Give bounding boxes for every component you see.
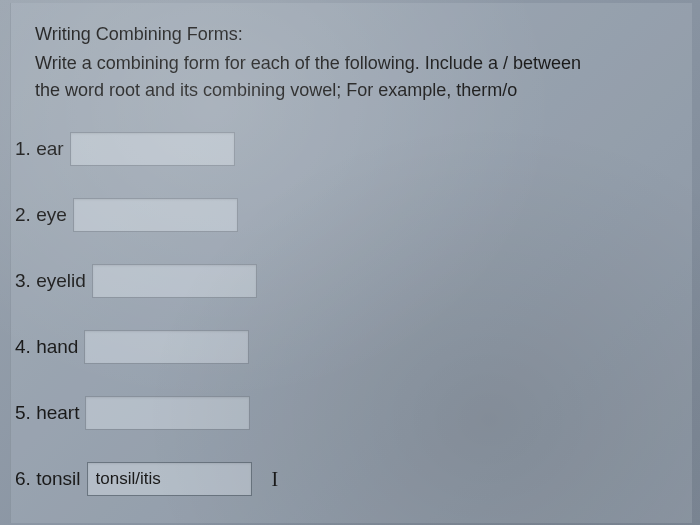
question-label: 2. eye [13, 204, 67, 226]
question-term: tonsil [36, 468, 80, 489]
question-row: 6. tonsil I [13, 462, 672, 496]
question-term: eyelid [36, 270, 86, 291]
instruction-line-1: Write a combining form for each of the f… [35, 50, 672, 77]
question-row: 3. eyelid [13, 264, 672, 298]
answer-input-heart[interactable] [85, 396, 250, 430]
question-number: 2. [15, 204, 31, 225]
question-number: 5. [15, 402, 31, 423]
question-label: 4. hand [13, 336, 78, 358]
answer-input-tonsil[interactable] [87, 462, 252, 496]
question-number: 1. [15, 138, 31, 159]
question-number: 6. [15, 468, 31, 489]
worksheet-title: Writing Combining Forms: [35, 21, 672, 48]
question-number: 4. [15, 336, 31, 357]
instruction-line-2: the word root and its combining vowel; F… [35, 77, 672, 104]
question-label: 5. heart [13, 402, 79, 424]
question-label: 3. eyelid [13, 270, 86, 292]
question-list: 1. ear 2. eye 3. eyelid 4. hand [13, 132, 672, 496]
question-row: 4. hand [13, 330, 672, 364]
question-row: 5. heart [13, 396, 672, 430]
question-term: ear [36, 138, 63, 159]
question-label: 1. ear [13, 138, 64, 160]
answer-input-ear[interactable] [70, 132, 235, 166]
question-term: eye [36, 204, 67, 225]
question-label: 6. tonsil [13, 468, 81, 490]
text-cursor-icon: I [272, 468, 279, 491]
answer-input-eyelid[interactable] [92, 264, 257, 298]
question-row: 1. ear [13, 132, 672, 166]
question-number: 3. [15, 270, 31, 291]
worksheet-panel: Writing Combining Forms: Write a combini… [10, 3, 692, 523]
answer-input-hand[interactable] [84, 330, 249, 364]
question-row: 2. eye [13, 198, 672, 232]
header-block: Writing Combining Forms: Write a combini… [35, 21, 672, 104]
answer-input-eye[interactable] [73, 198, 238, 232]
question-term: hand [36, 336, 78, 357]
question-term: heart [36, 402, 79, 423]
